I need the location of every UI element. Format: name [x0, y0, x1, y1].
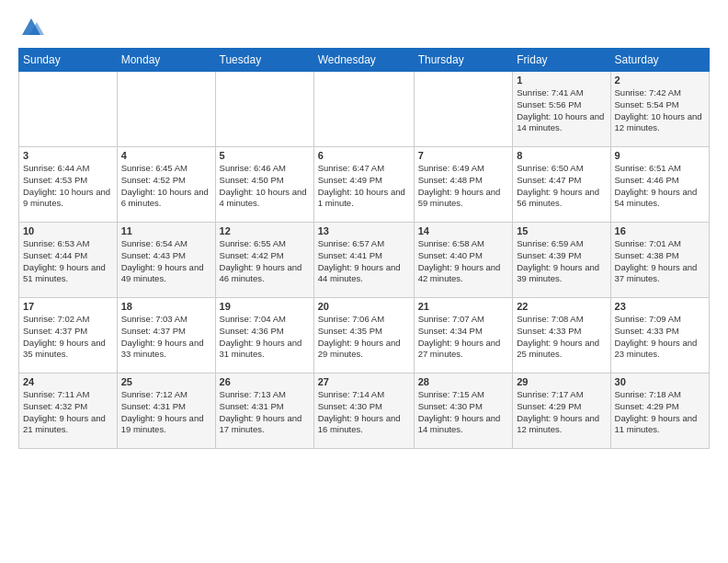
day-number: 24 — [23, 376, 113, 387]
header — [18, 15, 710, 40]
day-number: 2 — [615, 75, 705, 86]
day-number: 5 — [220, 150, 310, 161]
day-number: 22 — [517, 301, 606, 312]
calendar-week-2: 10Sunrise: 6:53 AM Sunset: 4:44 PM Dayli… — [19, 223, 710, 298]
day-info: Sunrise: 7:08 AM Sunset: 4:33 PM Dayligh… — [517, 314, 606, 361]
calendar-cell: 8Sunrise: 6:50 AM Sunset: 4:47 PM Daylig… — [513, 147, 610, 223]
calendar-cell: 23Sunrise: 7:09 AM Sunset: 4:33 PM Dayli… — [610, 298, 709, 373]
day-info: Sunrise: 6:51 AM Sunset: 4:46 PM Dayligh… — [615, 163, 705, 210]
calendar-cell: 15Sunrise: 6:59 AM Sunset: 4:39 PM Dayli… — [513, 223, 610, 298]
day-info: Sunrise: 7:09 AM Sunset: 4:33 PM Dayligh… — [615, 314, 705, 361]
calendar-cell — [19, 72, 118, 147]
calendar-cell — [313, 72, 414, 147]
calendar-header-saturday: Saturday — [610, 49, 709, 72]
day-number: 26 — [220, 376, 310, 387]
day-info: Sunrise: 6:45 AM Sunset: 4:52 PM Dayligh… — [121, 163, 211, 210]
logo — [18, 15, 48, 40]
day-number: 30 — [615, 376, 705, 387]
day-info: Sunrise: 7:04 AM Sunset: 4:36 PM Dayligh… — [220, 314, 310, 361]
day-info: Sunrise: 6:46 AM Sunset: 4:50 PM Dayligh… — [220, 163, 310, 210]
day-info: Sunrise: 7:13 AM Sunset: 4:31 PM Dayligh… — [220, 389, 310, 436]
calendar-cell: 18Sunrise: 7:03 AM Sunset: 4:37 PM Dayli… — [117, 298, 215, 373]
calendar-cell: 16Sunrise: 7:01 AM Sunset: 4:38 PM Dayli… — [610, 223, 709, 298]
day-number: 4 — [121, 150, 211, 161]
calendar-week-3: 17Sunrise: 7:02 AM Sunset: 4:37 PM Dayli… — [19, 298, 710, 373]
day-info: Sunrise: 7:01 AM Sunset: 4:38 PM Dayligh… — [615, 238, 705, 285]
calendar: SundayMondayTuesdayWednesdayThursdayFrid… — [18, 48, 710, 449]
calendar-header-monday: Monday — [117, 49, 215, 72]
day-info: Sunrise: 7:03 AM Sunset: 4:37 PM Dayligh… — [121, 314, 211, 361]
calendar-header-sunday: Sunday — [19, 49, 118, 72]
day-info: Sunrise: 7:41 AM Sunset: 5:56 PM Dayligh… — [517, 87, 606, 134]
day-info: Sunrise: 7:02 AM Sunset: 4:37 PM Dayligh… — [23, 314, 113, 361]
day-number: 11 — [121, 225, 211, 236]
calendar-cell: 5Sunrise: 6:46 AM Sunset: 4:50 PM Daylig… — [215, 147, 313, 223]
day-info: Sunrise: 7:07 AM Sunset: 4:34 PM Dayligh… — [418, 314, 509, 361]
calendar-header-tuesday: Tuesday — [215, 49, 313, 72]
day-number: 7 — [418, 150, 509, 161]
day-number: 29 — [517, 376, 606, 387]
day-number: 9 — [615, 150, 705, 161]
day-number: 13 — [318, 225, 410, 236]
day-number: 12 — [220, 225, 310, 236]
calendar-cell — [117, 72, 215, 147]
calendar-cell: 24Sunrise: 7:11 AM Sunset: 4:32 PM Dayli… — [19, 373, 118, 449]
calendar-cell: 9Sunrise: 6:51 AM Sunset: 4:46 PM Daylig… — [610, 147, 709, 223]
day-number: 3 — [23, 150, 113, 161]
day-info: Sunrise: 7:17 AM Sunset: 4:29 PM Dayligh… — [517, 389, 606, 436]
calendar-cell: 2Sunrise: 7:42 AM Sunset: 5:54 PM Daylig… — [610, 72, 709, 147]
day-info: Sunrise: 7:42 AM Sunset: 5:54 PM Dayligh… — [615, 87, 705, 134]
day-number: 25 — [121, 376, 211, 387]
day-info: Sunrise: 7:11 AM Sunset: 4:32 PM Dayligh… — [23, 389, 113, 436]
calendar-cell: 30Sunrise: 7:18 AM Sunset: 4:29 PM Dayli… — [610, 373, 709, 449]
calendar-cell: 7Sunrise: 6:49 AM Sunset: 4:48 PM Daylig… — [414, 147, 513, 223]
logo-icon — [18, 15, 44, 40]
calendar-cell: 11Sunrise: 6:54 AM Sunset: 4:43 PM Dayli… — [117, 223, 215, 298]
day-number: 23 — [615, 301, 705, 312]
calendar-cell: 22Sunrise: 7:08 AM Sunset: 4:33 PM Dayli… — [513, 298, 610, 373]
calendar-cell: 12Sunrise: 6:55 AM Sunset: 4:42 PM Dayli… — [215, 223, 313, 298]
day-number: 1 — [517, 75, 606, 86]
day-number: 14 — [418, 225, 509, 236]
day-number: 28 — [418, 376, 509, 387]
calendar-cell: 3Sunrise: 6:44 AM Sunset: 4:53 PM Daylig… — [19, 147, 118, 223]
day-info: Sunrise: 6:50 AM Sunset: 4:47 PM Dayligh… — [517, 163, 606, 210]
day-info: Sunrise: 6:55 AM Sunset: 4:42 PM Dayligh… — [220, 238, 310, 285]
day-info: Sunrise: 7:18 AM Sunset: 4:29 PM Dayligh… — [615, 389, 705, 436]
calendar-cell: 17Sunrise: 7:02 AM Sunset: 4:37 PM Dayli… — [19, 298, 118, 373]
calendar-cell: 13Sunrise: 6:57 AM Sunset: 4:41 PM Dayli… — [313, 223, 414, 298]
calendar-week-4: 24Sunrise: 7:11 AM Sunset: 4:32 PM Dayli… — [19, 373, 710, 449]
calendar-cell: 1Sunrise: 7:41 AM Sunset: 5:56 PM Daylig… — [513, 72, 610, 147]
calendar-cell: 14Sunrise: 6:58 AM Sunset: 4:40 PM Dayli… — [414, 223, 513, 298]
calendar-cell: 6Sunrise: 6:47 AM Sunset: 4:49 PM Daylig… — [313, 147, 414, 223]
day-info: Sunrise: 7:12 AM Sunset: 4:31 PM Dayligh… — [121, 389, 211, 436]
day-number: 15 — [517, 225, 606, 236]
day-number: 17 — [23, 301, 113, 312]
day-number: 21 — [418, 301, 509, 312]
calendar-cell: 4Sunrise: 6:45 AM Sunset: 4:52 PM Daylig… — [117, 147, 215, 223]
day-number: 8 — [517, 150, 606, 161]
day-number: 6 — [318, 150, 410, 161]
day-number: 19 — [220, 301, 310, 312]
calendar-week-1: 3Sunrise: 6:44 AM Sunset: 4:53 PM Daylig… — [19, 147, 710, 223]
calendar-cell: 26Sunrise: 7:13 AM Sunset: 4:31 PM Dayli… — [215, 373, 313, 449]
day-info: Sunrise: 6:59 AM Sunset: 4:39 PM Dayligh… — [517, 238, 606, 285]
calendar-header-friday: Friday — [513, 49, 610, 72]
calendar-cell — [414, 72, 513, 147]
calendar-cell: 27Sunrise: 7:14 AM Sunset: 4:30 PM Dayli… — [313, 373, 414, 449]
calendar-header-wednesday: Wednesday — [313, 49, 414, 72]
calendar-cell: 10Sunrise: 6:53 AM Sunset: 4:44 PM Dayli… — [19, 223, 118, 298]
day-info: Sunrise: 6:44 AM Sunset: 4:53 PM Dayligh… — [23, 163, 113, 210]
day-info: Sunrise: 7:14 AM Sunset: 4:30 PM Dayligh… — [318, 389, 410, 436]
calendar-week-0: 1Sunrise: 7:41 AM Sunset: 5:56 PM Daylig… — [19, 72, 710, 147]
calendar-cell: 20Sunrise: 7:06 AM Sunset: 4:35 PM Dayli… — [313, 298, 414, 373]
day-info: Sunrise: 6:54 AM Sunset: 4:43 PM Dayligh… — [121, 238, 211, 285]
day-info: Sunrise: 6:49 AM Sunset: 4:48 PM Dayligh… — [418, 163, 509, 210]
day-info: Sunrise: 6:47 AM Sunset: 4:49 PM Dayligh… — [318, 163, 410, 210]
calendar-cell: 25Sunrise: 7:12 AM Sunset: 4:31 PM Dayli… — [117, 373, 215, 449]
calendar-cell: 29Sunrise: 7:17 AM Sunset: 4:29 PM Dayli… — [513, 373, 610, 449]
calendar-cell: 19Sunrise: 7:04 AM Sunset: 4:36 PM Dayli… — [215, 298, 313, 373]
day-info: Sunrise: 7:06 AM Sunset: 4:35 PM Dayligh… — [318, 314, 410, 361]
day-number: 27 — [318, 376, 410, 387]
calendar-cell — [215, 72, 313, 147]
